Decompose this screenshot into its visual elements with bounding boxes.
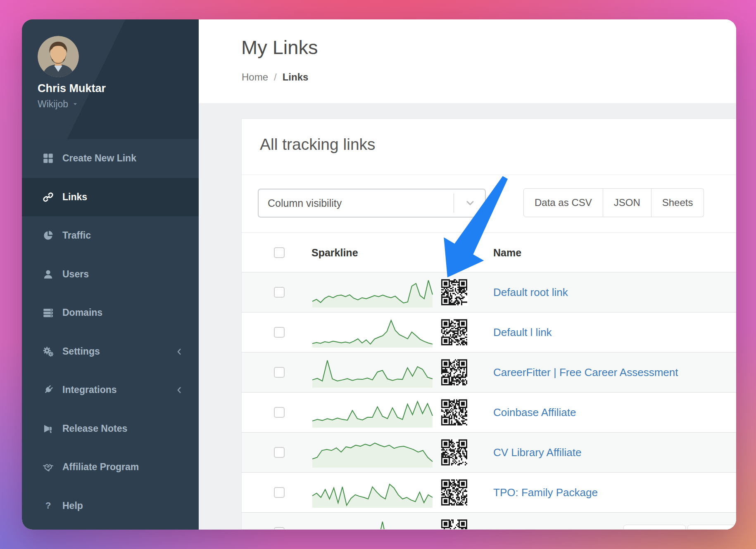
user-icon [42,268,54,281]
org-switcher[interactable]: Wikijob [38,99,78,110]
sidebar-item-label: Integrations [62,384,117,395]
profile-name: Chris Muktar [38,82,106,95]
qr-code [440,359,468,386]
column-header-sparkline: Sparkline [311,246,358,258]
link-name[interactable]: Default root link [493,286,568,299]
sidebar-item-help[interactable]: ?Help [22,487,199,525]
sidebar-item-label: Release Notes [62,423,127,434]
handshake-icon [42,461,54,473]
table-row: TPO: Family Package [242,472,736,512]
link-name[interactable]: CareerFitter | Free Career Assessment [493,366,678,379]
breadcrumb: Home / Links [242,71,308,83]
avatar [38,36,79,77]
breadcrumb-separator: / [274,71,277,83]
link-icon [42,191,54,204]
table-row: Default root link [242,272,736,312]
row-checkbox[interactable] [274,287,285,298]
table-row: CV Library Affiliate [242,432,736,472]
link-name[interactable]: Coinbase Affiliate [493,406,576,419]
table-row: CareerFitter | Free Career Assessment [242,352,736,392]
card-title: All tracking links [260,135,376,154]
card-divider [242,175,736,175]
chevron-left-icon [175,347,184,356]
question-icon: ? [42,500,54,512]
column-header-qr: QR [447,246,463,258]
sparkline-chart [311,478,433,509]
pagination-button[interactable] [623,525,686,530]
export-button-sheets[interactable]: Sheets [651,188,704,217]
profile-section: Chris Muktar Wikijob [22,19,199,139]
sparkline-chart [311,398,433,428]
table-body: Default root linkDefault l linkCareerFit… [242,272,736,530]
sidebar-item-release-notes[interactable]: Release Notes [22,409,199,448]
server-icon [42,307,54,319]
th-large-icon [42,152,54,165]
plug-icon [42,384,54,396]
sidebar-item-settings[interactable]: Settings [22,332,199,371]
table-header: Sparkline QR Name [242,232,736,272]
chevron-down-icon [464,197,476,209]
sidebar-item-users[interactable]: Users [22,255,199,293]
export-button-group: Data as CSVJSONSheets [523,188,704,217]
sparkline-chart [311,438,433,469]
select-divider [454,194,454,213]
sidebar-item-links[interactable]: Links [22,178,199,216]
row-checkbox[interactable] [274,487,285,498]
qr-code [440,279,468,306]
breadcrumb-home[interactable]: Home [242,71,268,83]
sidebar-item-label: Affiliate Program [62,461,139,473]
sidebar-item-domains[interactable]: Domains [22,293,199,332]
sidebar-item-label: Traffic [62,230,91,241]
svg-text:?: ? [45,500,51,511]
tracking-links-card: All tracking links Column visibility Dat… [241,118,736,530]
export-button-data-as-csv[interactable]: Data as CSV [523,188,603,217]
sidebar-item-label: Links [62,192,87,203]
sidebar: Chris Muktar Wikijob Create New LinkLink… [22,19,199,530]
breadcrumb-current: Links [283,71,309,83]
table-row: Coinbase Affiliate [242,392,736,432]
app-window: Chris Muktar Wikijob Create New LinkLink… [22,19,736,530]
org-name: Wikijob [38,99,68,110]
qr-code [440,519,468,530]
main-content: My Links Home / Links All tracking links… [199,19,736,530]
bullhorn-icon [42,423,54,435]
sparkline-chart [311,318,433,348]
qr-code [440,399,468,426]
pagination-button[interactable] [687,525,736,530]
pie-chart-icon [42,230,54,242]
row-checkbox[interactable] [274,527,285,530]
sidebar-item-create-new-link[interactable]: Create New Link [22,139,199,177]
qr-code [440,439,468,466]
sidebar-item-label: Help [62,500,83,511]
sidebar-item-affiliate-program[interactable]: Affiliate Program [22,448,199,486]
sparkline-chart [311,278,433,308]
page-header: My Links Home / Links [199,19,736,103]
sidebar-item-label: Settings [62,346,100,357]
row-checkbox[interactable] [274,447,285,458]
link-name[interactable]: Default l link [493,326,552,339]
sparkline-chart [311,518,433,530]
sidebar-item-integrations[interactable]: Integrations [22,371,199,409]
qr-code [440,479,468,506]
sidebar-item-label: Users [62,269,89,280]
row-checkbox[interactable] [274,407,285,418]
column-visibility-label: Column visibility [268,197,342,209]
export-button-json[interactable]: JSON [603,188,651,217]
column-header-name: Name [493,246,521,258]
row-checkbox[interactable] [274,367,285,378]
sidebar-item-label: Create New Link [62,153,136,164]
caret-down-icon [72,99,78,110]
cogs-icon [42,345,54,358]
sparkline-chart [311,358,433,388]
link-name[interactable]: TPO: Family Package [493,486,598,499]
link-name[interactable]: CV Library Affiliate [493,446,581,459]
chevron-left-icon [175,386,184,395]
page-title: My Links [241,36,318,59]
row-checkbox[interactable] [274,327,285,338]
table-row: Default l link [242,312,736,352]
column-visibility-select[interactable]: Column visibility [258,189,486,218]
select-all-checkbox[interactable] [274,247,285,258]
sidebar-item-traffic[interactable]: Traffic [22,216,199,255]
qr-code [440,319,468,346]
sidebar-item-label: Domains [62,307,102,318]
